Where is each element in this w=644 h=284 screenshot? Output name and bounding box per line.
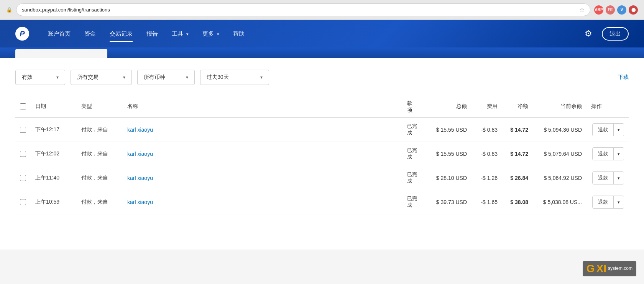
url-bar[interactable]: sandbox.paypal.com/listing/transactions … [16,3,590,16]
period-filter[interactable]: 过去30天 ▾ [200,70,269,85]
refund-button-0[interactable]: 退款 [593,124,613,136]
action-dropdown-button-0[interactable]: ▾ [613,124,624,136]
row-name-1[interactable]: karl xiaoyu [123,142,402,166]
settings-button[interactable]: ⚙ [581,26,596,41]
row-name-0[interactable]: karl xiaoyu [123,118,402,142]
action-btn-group-2: 退款 ▾ [592,171,624,184]
row-net-3: $ 38.08 [502,190,533,214]
bookmark-icon[interactable]: ☆ [579,6,585,13]
row-fee-2: -$ 1.26 [472,166,502,190]
ext-fe[interactable]: FE [606,5,615,15]
row-balance-1: $ 5,079.64 USD [533,142,586,166]
row-balance-2: $ 5,064.92 USD [533,166,586,190]
nav-reports[interactable]: 报告 [140,27,165,41]
row-status-0: 已完 成 [402,118,426,142]
nav-more[interactable]: 更多 ▾ [196,27,226,41]
row-status-1: 已完 成 [402,142,426,166]
table-row: 下午12:02 付款，来自 karl xiaoyu 已完 成 $ 15.55 U… [15,142,629,166]
ext-v[interactable]: V [617,5,626,15]
col-status: 款项 [402,96,426,118]
browser-extensions: ABP FE V ⬤ [594,5,638,15]
row-net-0: $ 14.72 [502,118,533,142]
col-balance: 当前余额 [533,96,586,118]
nav-help[interactable]: 帮助 [226,27,251,41]
row-status-3: 已完 成 [402,190,426,214]
filter-row: 有效 ▾ 所有交易 ▾ 所有币种 ▾ 过去30天 ▾ 下载 [15,70,629,85]
ext-abp[interactable]: ABP [594,5,603,15]
url-text: sandbox.paypal.com/listing/transactions [22,7,110,13]
row-date-3: 上午10:59 [31,190,77,214]
row-name-3[interactable]: karl xiaoyu [123,190,402,214]
refund-button-2[interactable]: 退款 [593,172,613,184]
row-balance-3: $ 5,038.08 US... [533,190,586,214]
row-check-2 [15,166,31,190]
status-filter-label: 有效 [22,74,33,81]
col-fee: 费用 [472,96,502,118]
main-nav: 账户首页 资金 交易记录 报告 工具 ▾ 更多 ▾ 帮助 [41,27,581,41]
nav-tools[interactable]: 工具 ▾ [165,27,196,41]
nav-transactions[interactable]: 交易记录 [103,27,140,41]
row-action-2: 退款 ▾ [586,166,629,190]
col-check [15,96,31,118]
tools-chevron-icon: ▾ [186,32,189,36]
type-filter-label: 所有交易 [77,74,99,81]
ext-co[interactable]: ⬤ [629,5,638,15]
row-fee-0: -$ 0.83 [472,118,502,142]
browser-chrome: 🔒 sandbox.paypal.com/listing/transaction… [0,0,644,20]
row-net-2: $ 26.84 [502,166,533,190]
nav-funds[interactable]: 资金 [77,27,103,41]
action-btn-group-0: 退款 ▾ [592,123,624,136]
sub-header-tab [15,49,107,58]
type-filter[interactable]: 所有交易 ▾ [71,70,132,85]
row-date-0: 下午12:17 [31,118,77,142]
row-check-3 [15,190,31,214]
col-name: 名称 [123,96,402,118]
action-dropdown-button-1[interactable]: ▾ [613,148,624,160]
period-filter-chevron-icon: ▾ [260,75,263,80]
more-chevron-icon: ▾ [217,32,219,36]
sub-header-line [107,57,644,58]
col-date: 日期 [31,96,77,118]
row-checkbox-2[interactable] [20,175,26,181]
row-checkbox-3[interactable] [20,199,26,205]
main-content: 有效 ▾ 所有交易 ▾ 所有币种 ▾ 过去30天 ▾ 下载 [0,58,644,250]
status-filter[interactable]: 有效 ▾ [15,70,65,85]
paypal-header: P 账户首页 资金 交易记录 报告 工具 ▾ 更多 ▾ 帮助 ⚙ 退出 [0,20,644,47]
row-date-1: 下午12:02 [31,142,77,166]
row-name-2[interactable]: karl xiaoyu [123,166,402,190]
gear-icon: ⚙ [585,29,592,39]
col-net: 净额 [502,96,533,118]
action-dropdown-button-2[interactable]: ▾ [613,172,624,184]
table-row: 上午11:40 付款，来自 karl xiaoyu 已完 成 $ 28.10 U… [15,166,629,190]
row-net-1: $ 14.72 [502,142,533,166]
download-link[interactable]: 下载 [618,74,629,81]
type-filter-chevron-icon: ▾ [123,75,125,80]
row-total-3: $ 39.73 USD [426,190,472,214]
logout-button[interactable]: 退出 [602,27,629,41]
currency-filter[interactable]: 所有币种 ▾ [137,70,195,85]
row-checkbox-0[interactable] [20,127,26,133]
row-check-1 [15,142,31,166]
action-btn-group-1: 退款 ▾ [592,147,624,160]
row-checkbox-1[interactable] [20,151,26,157]
row-action-0: 退款 ▾ [586,118,629,142]
row-total-0: $ 15.55 USD [426,118,472,142]
refund-button-1[interactable]: 退款 [593,148,613,160]
transactions-table: 日期 类型 名称 款项 总额 费用 净额 [15,96,629,214]
action-dropdown-button-3[interactable]: ▾ [613,196,624,208]
row-type-3: 付款，来自 [77,190,123,214]
lock-icon: 🔒 [6,7,12,13]
row-fee-1: -$ 0.83 [472,142,502,166]
table-row: 上午10:59 付款，来自 karl xiaoyu 已完 成 $ 39.73 U… [15,190,629,214]
row-total-2: $ 28.10 USD [426,166,472,190]
action-btn-group-3: 退款 ▾ [592,196,624,209]
select-all-checkbox[interactable] [20,103,26,109]
row-action-3: 退款 ▾ [586,190,629,214]
nav-account-home[interactable]: 账户首页 [41,27,77,41]
refund-button-3[interactable]: 退款 [593,196,613,208]
row-check-0 [15,118,31,142]
sub-header [0,47,644,58]
currency-filter-chevron-icon: ▾ [186,75,188,80]
status-filter-chevron-icon: ▾ [56,75,59,80]
period-filter-label: 过去30天 [207,74,229,81]
